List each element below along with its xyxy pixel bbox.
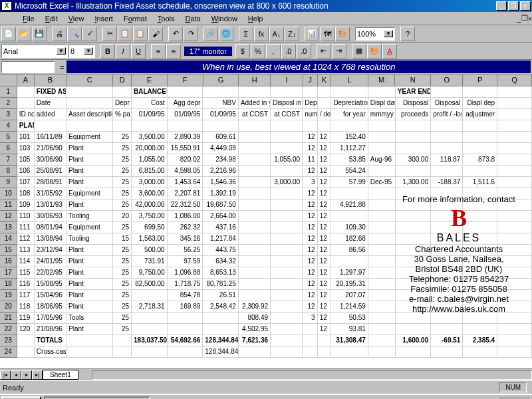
cell[interactable] [239, 200, 271, 211]
cell[interactable] [17, 346, 35, 358]
cell[interactable] [368, 200, 396, 211]
tab-next-button[interactable]: ▸ [21, 370, 32, 380]
cell[interactable] [396, 324, 432, 335]
cell[interactable]: 3,000.00 [271, 177, 303, 188]
row-header[interactable]: 18 [0, 279, 17, 290]
cell[interactable] [271, 86, 303, 98]
cell[interactable] [239, 233, 271, 245]
name-box[interactable] [1, 61, 55, 73]
cell[interactable] [431, 143, 463, 154]
cell[interactable]: 12 [303, 200, 318, 211]
cell[interactable]: Aug-96 [368, 154, 396, 166]
cell[interactable]: 6,815.00 [132, 166, 168, 177]
cell[interactable]: 25 [113, 200, 132, 211]
excel-doc-icon[interactable] [3, 13, 15, 24]
cell[interactable]: 109.30 [331, 222, 368, 233]
cell[interactable]: 2,207.81 [168, 188, 203, 200]
currency-button[interactable]: $ [235, 44, 250, 59]
cell[interactable]: 18/06/95 [35, 301, 66, 313]
cell[interactable] [396, 143, 432, 154]
col-header-E[interactable]: E [132, 74, 168, 86]
cell[interactable]: 2,890.39 [168, 132, 203, 143]
cell[interactable] [396, 211, 432, 222]
cell[interactable]: 25 [113, 324, 132, 335]
cell[interactable]: 12 [318, 233, 332, 245]
row-header[interactable]: 2 [0, 98, 17, 109]
doc-close-button[interactable]: × [528, 15, 532, 23]
preview-button[interactable]: 🔍 [67, 27, 82, 41]
cell[interactable]: BALANCES B/F 1-Sep-95 [132, 86, 168, 98]
cell[interactable]: 300.00 [396, 154, 432, 166]
cell[interactable] [431, 166, 463, 177]
cell[interactable] [271, 324, 303, 335]
cell[interactable] [239, 267, 271, 279]
cell[interactable]: Equipment [66, 188, 113, 200]
cell[interactable] [497, 143, 532, 154]
cell[interactable]: 3,000.00 [132, 177, 168, 188]
cell[interactable]: 9,750.00 [132, 267, 168, 279]
cell[interactable] [239, 222, 271, 233]
cell[interactable]: 80,781.25 [203, 279, 239, 290]
cell[interactable]: 1,086.00 [168, 211, 203, 222]
cell[interactable] [431, 313, 463, 324]
cell[interactable] [396, 233, 432, 245]
cell[interactable]: Depreciation [331, 98, 368, 109]
cell[interactable] [497, 279, 532, 290]
cell[interactable]: 12 [318, 324, 332, 335]
cell[interactable]: 7,621.36 [239, 335, 271, 346]
cell[interactable]: 25 [113, 143, 132, 154]
cell[interactable] [271, 301, 303, 313]
col-header-F[interactable]: F [168, 74, 203, 86]
cell[interactable] [497, 245, 532, 256]
cell[interactable]: 113 [17, 245, 35, 256]
cell[interactable]: 1,112.27 [331, 143, 368, 154]
cell[interactable]: 443.75 [203, 245, 239, 256]
row-header[interactable]: 11 [0, 200, 17, 211]
cell[interactable]: 12 [303, 279, 318, 290]
cell[interactable] [431, 256, 463, 267]
cell[interactable]: Plant [66, 166, 113, 177]
cell[interactable] [271, 279, 303, 290]
cell[interactable] [239, 211, 271, 222]
cell[interactable] [396, 346, 432, 358]
cell[interactable] [431, 132, 463, 143]
cell[interactable]: mmmyy [368, 109, 396, 120]
cell[interactable] [113, 120, 132, 132]
align-left-button[interactable]: ≡ [151, 44, 166, 59]
row-header[interactable]: 17 [0, 267, 17, 279]
cell[interactable] [463, 166, 497, 177]
cell[interactable] [497, 120, 532, 132]
cell[interactable] [203, 313, 239, 324]
borders-button[interactable]: ▦ [352, 44, 366, 59]
cell[interactable]: 12 [318, 188, 332, 200]
cell[interactable]: Plant [66, 143, 113, 154]
drawing-button[interactable]: 🎨 [335, 27, 350, 41]
cell[interactable]: Plant [66, 290, 113, 301]
cell[interactable]: 22,312.50 [168, 200, 203, 211]
col-header-M[interactable]: M [368, 74, 396, 86]
chart-button[interactable]: 📊 [305, 27, 319, 41]
cell[interactable]: Plant [66, 279, 113, 290]
cell[interactable] [368, 143, 396, 154]
menu-format[interactable]: Format [118, 13, 152, 24]
col-header-H[interactable]: H [239, 74, 271, 86]
cell[interactable]: 19,687.50 [203, 200, 239, 211]
cell[interactable] [463, 120, 497, 132]
cell[interactable] [368, 313, 396, 324]
cell[interactable] [431, 222, 463, 233]
cell[interactable] [132, 313, 168, 324]
cell[interactable]: 1,563.00 [132, 233, 168, 245]
cell[interactable] [396, 279, 432, 290]
cell[interactable] [113, 346, 132, 358]
row-header[interactable]: 8 [0, 166, 17, 177]
doc-restore-button[interactable]: ❐ [521, 14, 528, 23]
cell[interactable]: 808.49 [239, 313, 271, 324]
cell[interactable]: profit / -loss [431, 109, 463, 120]
cell[interactable]: 183,037.50 [132, 335, 168, 346]
cell[interactable]: 109 [17, 200, 35, 211]
cell[interactable]: 54,692.66 [168, 335, 203, 346]
cell[interactable]: 437.16 [203, 222, 239, 233]
cell[interactable] [35, 120, 66, 132]
cell[interactable]: 24/01/95 [35, 256, 66, 267]
cell[interactable]: 25 [113, 166, 132, 177]
